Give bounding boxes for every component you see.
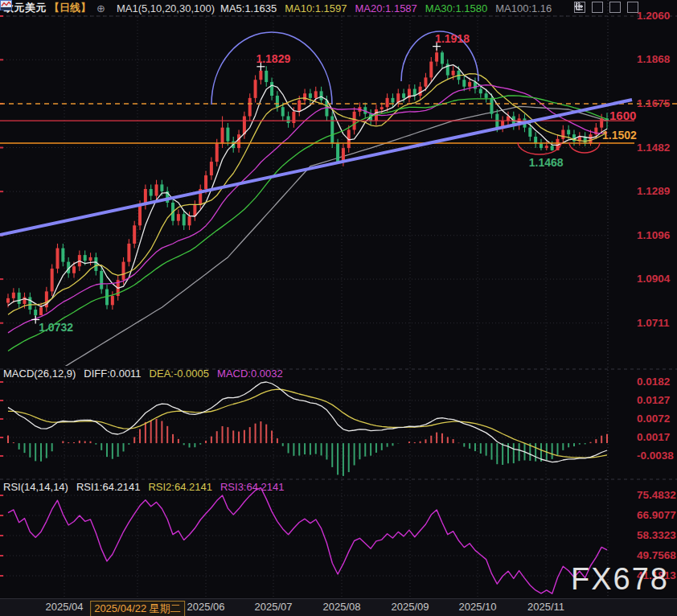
ma-value-label: MA100:1.16 bbox=[495, 2, 552, 14]
rsi-panel-header: RSI(14,14,14) RSI1:64.2141 RSI2:64.2141 … bbox=[3, 481, 284, 493]
rsi1-value: RSI1:64.2141 bbox=[76, 481, 141, 493]
rsi-title: RSI(14,14,14) bbox=[3, 481, 68, 493]
chart-annotation: 1.1918 bbox=[435, 32, 470, 45]
chart-annotation: 1.1829 bbox=[256, 52, 290, 65]
rsi-axis-label: 58.3323 bbox=[637, 529, 676, 541]
pan-right-icon[interactable] bbox=[627, 2, 638, 13]
date-axis: 2025/042025/04/22 星期二2025/062025/072025/… bbox=[0, 598, 677, 616]
ma-settings-label: MA1(5,10,20,30,100) bbox=[117, 2, 215, 14]
macd-axis-label: 0.0182 bbox=[637, 376, 670, 388]
macd-diff-value: DIFF:0.0011 bbox=[84, 368, 141, 380]
axis-scale-up-icon[interactable] bbox=[592, 2, 603, 13]
date-tick-selected: 2025/04/22 星期二 bbox=[90, 601, 185, 616]
axis-scale-right-icon[interactable] bbox=[609, 2, 621, 13]
price-tag: 1600 bbox=[609, 109, 636, 122]
price-tag: 1.1502 bbox=[602, 129, 637, 142]
ma-value-label: MA30:1.1580 bbox=[425, 2, 487, 14]
rsi-axis-label: 49.7568 bbox=[637, 549, 676, 561]
add-indicator-icon[interactable]: ⊕ bbox=[96, 3, 105, 14]
rsi-axis-label: 75.4832 bbox=[637, 489, 676, 501]
chart-toolbar bbox=[574, 2, 638, 13]
rsi3-value: RSI3:64.2141 bbox=[220, 481, 285, 493]
macd-axis-label: 0.0072 bbox=[637, 413, 670, 425]
ma-values: MA5:1.1635MA10:1.1597MA20:1.1587MA30:1.1… bbox=[220, 2, 552, 14]
date-tick: 2025/10 bbox=[459, 601, 497, 613]
price-axis-label: 1.1868 bbox=[637, 53, 670, 65]
price-axis-label: 1.1675 bbox=[637, 97, 670, 109]
trading-chart-window: 欧元美元 【日线】 ⊕ MA1(5,10,20,30,100) MA5:1.16… bbox=[0, 0, 677, 616]
price-axis-label: 1.0904 bbox=[637, 273, 670, 285]
chart-canvas bbox=[0, 0, 677, 616]
macd-title: MACD(26,12,9) bbox=[3, 368, 76, 380]
macd-panel-header: MACD(26,12,9) DIFF:0.0011 DEA:-0.0005 MA… bbox=[3, 368, 283, 380]
macd-axis-label: -0.0038 bbox=[637, 450, 674, 462]
date-tick: 2025/06 bbox=[187, 601, 225, 613]
ma-value-label: MA5:1.1635 bbox=[220, 2, 277, 14]
price-axis-label: 1.1482 bbox=[637, 142, 670, 154]
price-axis-label: 1.1289 bbox=[637, 185, 670, 197]
chart-annotation: 1.0732 bbox=[39, 321, 73, 334]
price-axis-label: 1.0711 bbox=[637, 317, 670, 329]
chart-annotation: 1.1468 bbox=[529, 156, 564, 169]
price-axis-label: 1.1096 bbox=[637, 229, 670, 241]
ma-value-label: MA20:1.1587 bbox=[355, 2, 417, 14]
ma-value-label: MA10:1.1597 bbox=[285, 2, 347, 14]
date-tick: 2025/04 bbox=[46, 601, 84, 613]
timeframe-label: 【日线】 bbox=[49, 1, 91, 15]
date-tick: 2025/08 bbox=[323, 601, 361, 613]
macd-axis-label: 0.0127 bbox=[637, 394, 670, 406]
date-tick: 2025/07 bbox=[255, 601, 293, 613]
fx678-watermark: FX678 bbox=[571, 562, 669, 597]
macd-value: MACD:0.0032 bbox=[217, 368, 283, 380]
rsi-axis-label: 66.9077 bbox=[637, 509, 676, 521]
date-tick: 2025/09 bbox=[392, 601, 429, 613]
date-tick: 2025/11 bbox=[527, 601, 564, 613]
rsi2-value: RSI2:64.2141 bbox=[148, 481, 212, 493]
macd-dea-value: DEA:-0.0005 bbox=[150, 368, 209, 380]
macd-axis-label: 0.0017 bbox=[637, 431, 670, 443]
